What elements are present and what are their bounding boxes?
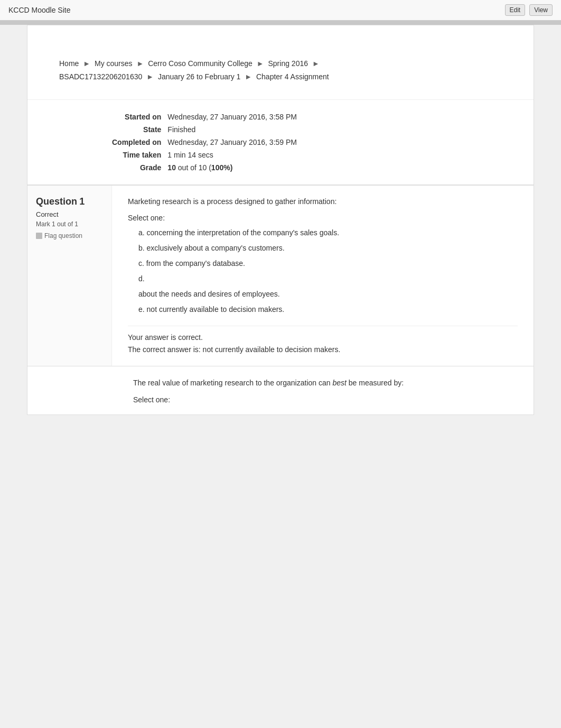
header-band: [0, 21, 561, 25]
correct-answer-text: The correct answer is: not currently ava…: [128, 344, 518, 355]
completed-on-label: Completed on: [112, 136, 167, 149]
state-row: State Finished: [112, 123, 303, 136]
started-on-label: Started on: [112, 110, 167, 123]
grade-end: %): [223, 163, 232, 172]
state-label: State: [112, 123, 167, 136]
grade-suffix: out of 10 (: [176, 163, 211, 172]
question-num: 1: [79, 196, 85, 207]
grade-label: Grade: [112, 161, 167, 174]
summary-section: Started on Wednesday, 27 January 2016, 3…: [27, 99, 534, 185]
question-label: Question: [36, 196, 77, 207]
breadcrumb-assignment[interactable]: Chapter 4 Assignment: [256, 72, 329, 81]
breadcrumb-mycourses[interactable]: My courses: [95, 59, 133, 68]
q2-italic: best: [332, 379, 346, 387]
question-status: Correct: [36, 210, 103, 218]
time-taken-value: 1 min 14 secs: [167, 149, 303, 161]
completed-on-row: Completed on Wednesday, 27 January 2016,…: [112, 136, 303, 149]
time-taken-label: Time taken: [112, 149, 167, 161]
flag-icon: [36, 233, 42, 239]
site-title: KCCD Moodle Site: [8, 6, 71, 14]
your-answer-correct: Your answer is correct.: [128, 331, 518, 343]
breadcrumb-arrow-1: ►: [83, 59, 90, 68]
question-2-section: The real value of marketing research to …: [27, 366, 534, 414]
answer-option-c[interactable]: c. from the company's database.: [138, 258, 518, 269]
started-on-value: Wednesday, 27 January 2016, 3:58 PM: [167, 110, 303, 123]
question-1-body: Marketing research is a process designed…: [112, 186, 534, 366]
q2-select-one: Select one:: [133, 395, 518, 404]
breadcrumb-arrow-4: ►: [312, 59, 320, 68]
question-mark: Mark 1 out of 1: [36, 220, 103, 228]
flag-label: Flag question: [44, 232, 82, 239]
top-bar-actions: Edit View: [505, 4, 553, 16]
main-container: Home ► My courses ► Cerro Coso Community…: [27, 25, 534, 415]
answer-option-b[interactable]: b. exclusively about a company's custome…: [138, 243, 518, 254]
breadcrumb-home[interactable]: Home: [59, 59, 79, 68]
flag-question-container[interactable]: Flag question: [36, 232, 103, 239]
grade-value: 10 out of 10 (100%): [167, 161, 303, 174]
question-1-sidebar: Question 1 Correct Mark 1 out of 1 Flag …: [27, 186, 112, 366]
question-2-text: The real value of marketing research to …: [133, 377, 518, 389]
edit-button[interactable]: Edit: [505, 4, 526, 16]
grade-number: 10: [167, 163, 176, 172]
answer-option-e[interactable]: e. not currently available to decision m…: [138, 304, 518, 315]
completed-on-value: Wednesday, 27 January 2016, 3:59 PM: [167, 136, 303, 149]
answer-option-a[interactable]: a. concerning the interpretation of the …: [138, 227, 518, 238]
select-one-label: Select one:: [128, 214, 518, 222]
q2-prefix: The real value of marketing research to …: [133, 379, 332, 387]
summary-table: Started on Wednesday, 27 January 2016, 3…: [112, 110, 303, 174]
breadcrumb-week[interactable]: January 26 to February 1: [158, 72, 240, 81]
breadcrumb-college[interactable]: Cerro Coso Community College: [148, 59, 253, 68]
breadcrumb-arrow-3: ►: [257, 59, 264, 68]
view-button[interactable]: View: [529, 4, 553, 16]
answer-option-d-text: about the needs and desires of employees…: [138, 289, 518, 300]
question-1-section: Question 1 Correct Mark 1 out of 1 Flag …: [27, 185, 534, 366]
breadcrumb-spring[interactable]: Spring 2016: [268, 59, 308, 68]
state-value: Finished: [167, 123, 303, 136]
breadcrumb-arrow-2: ►: [136, 59, 144, 68]
top-bar: KCCD Moodle Site Edit View: [0, 0, 561, 21]
q2-suffix: be measured by:: [347, 379, 404, 387]
started-on-row: Started on Wednesday, 27 January 2016, 3…: [112, 110, 303, 123]
breadcrumb-course-id[interactable]: BSADC17132206201630: [59, 72, 142, 81]
grade-percent: 100: [211, 163, 223, 172]
breadcrumb-section: Home ► My courses ► Cerro Coso Community…: [27, 25, 534, 99]
breadcrumb-arrow-5: ►: [146, 72, 154, 81]
breadcrumb-arrow-6: ►: [245, 72, 252, 81]
question-text: Marketing research is a process designed…: [128, 196, 518, 207]
question-number: Question 1: [36, 196, 103, 207]
answer-feedback: Your answer is correct. The correct answ…: [128, 326, 518, 355]
time-taken-row: Time taken 1 min 14 secs: [112, 149, 303, 161]
answer-option-d[interactable]: d.: [138, 273, 518, 284]
breadcrumb: Home ► My courses ► Cerro Coso Community…: [59, 57, 512, 84]
grade-row: Grade 10 out of 10 (100%): [112, 161, 303, 174]
